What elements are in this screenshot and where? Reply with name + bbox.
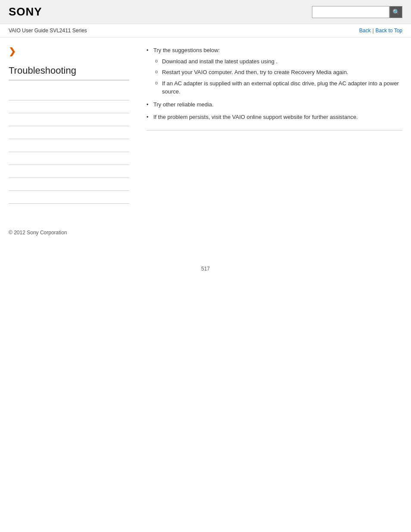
bullet-3-text: If the problem persists, visit the VAIO … bbox=[153, 114, 358, 120]
sidebar-link-3[interactable] bbox=[9, 117, 10, 123]
sidebar-link-1[interactable] bbox=[9, 91, 10, 97]
sidebar: ❯ Troubleshooting bbox=[9, 46, 138, 204]
list-item bbox=[9, 113, 129, 126]
list-item bbox=[9, 126, 129, 139]
sidebar-link-5[interactable] bbox=[9, 143, 10, 149]
sidebar-title: Troubleshooting bbox=[9, 65, 129, 81]
bullet-1-text: Try the suggestions below: bbox=[153, 47, 220, 53]
guide-title: VAIO User Guide SVL2411 Series bbox=[9, 28, 87, 34]
sub-list-item: Download and install the latest updates … bbox=[153, 57, 402, 66]
list-item bbox=[9, 165, 129, 178]
main-content: ❯ Troubleshooting bbox=[0, 37, 411, 212]
content-area: Try the suggestions below: Download and … bbox=[138, 46, 402, 204]
sidebar-links bbox=[9, 87, 129, 204]
sidebar-link-6[interactable] bbox=[9, 156, 10, 162]
nav-separator: | bbox=[372, 28, 374, 34]
search-input[interactable] bbox=[312, 6, 389, 18]
list-item bbox=[9, 139, 129, 152]
sub-bullet-1-suffix: . bbox=[276, 58, 278, 65]
list-item bbox=[9, 100, 129, 113]
sidebar-link-2[interactable] bbox=[9, 104, 10, 110]
page-number: 517 bbox=[0, 261, 411, 276]
content-list: Try the suggestions below: Download and … bbox=[146, 46, 402, 121]
list-item bbox=[9, 152, 129, 165]
sidebar-link-8[interactable] bbox=[9, 181, 10, 187]
footer: © 2012 Sony Corporation bbox=[0, 221, 411, 244]
sidebar-link-4[interactable] bbox=[9, 130, 10, 136]
search-container: 🔍 bbox=[312, 6, 402, 18]
bullet-2-text: Try other reliable media. bbox=[153, 101, 214, 108]
sub-bullet-1-text: Download and install the latest updates … bbox=[162, 58, 274, 65]
search-button[interactable]: 🔍 bbox=[389, 6, 402, 18]
list-item: Try the suggestions below: Download and … bbox=[146, 46, 402, 96]
search-icon: 🔍 bbox=[392, 9, 400, 16]
sub-list-item: Restart your VAIO computer. And then, tr… bbox=[153, 68, 402, 77]
list-item bbox=[9, 87, 129, 100]
sony-logo: SONY bbox=[9, 5, 42, 19]
back-link[interactable]: Back bbox=[359, 28, 371, 34]
nav-bar: VAIO User Guide SVL2411 Series Back | Ba… bbox=[0, 24, 411, 37]
sub-bullet-2-text: Restart your VAIO computer. And then, tr… bbox=[162, 69, 349, 75]
sidebar-link-7[interactable] bbox=[9, 168, 10, 174]
sub-bullet-3-text: If an AC adapter is supplied with an ext… bbox=[162, 80, 399, 95]
content-divider bbox=[146, 130, 402, 131]
copyright-text: © 2012 Sony Corporation bbox=[9, 230, 67, 236]
list-item bbox=[9, 178, 129, 191]
sub-list-item: If an AC adapter is supplied with an ext… bbox=[153, 79, 402, 96]
sub-list: Download and install the latest updates … bbox=[153, 57, 402, 96]
nav-links: Back | Back to Top bbox=[359, 28, 402, 34]
list-item: If the problem persists, visit the VAIO … bbox=[146, 113, 402, 121]
sidebar-link-9[interactable] bbox=[9, 194, 10, 200]
list-item: Try other reliable media. bbox=[146, 100, 402, 109]
breadcrumb-chevron: ❯ bbox=[9, 46, 129, 56]
page-header: SONY 🔍 bbox=[0, 0, 411, 24]
list-item bbox=[9, 191, 129, 204]
back-to-top-link[interactable]: Back to Top bbox=[376, 28, 402, 34]
